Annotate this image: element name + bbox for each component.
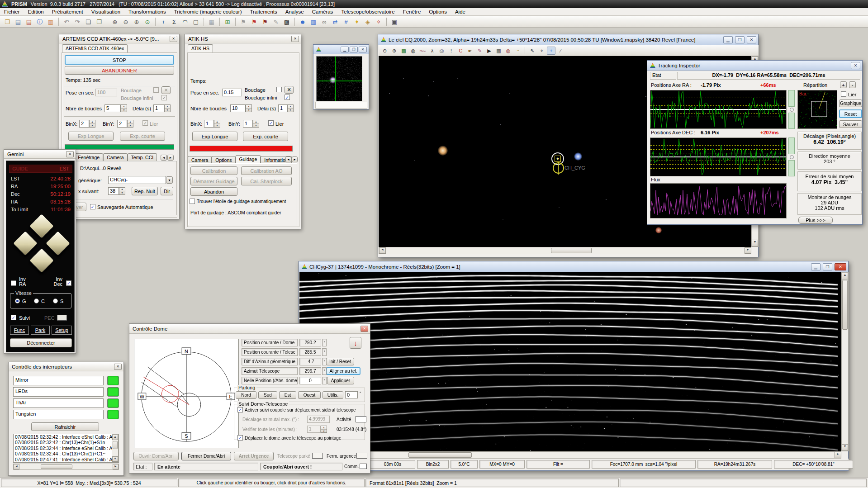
dome-close-shutter-button[interactable]: Fermer Dome/Abri	[181, 452, 231, 460]
dome-open-button[interactable]: Ouvrir Dome/Abri	[133, 452, 179, 460]
dome-move-checkbox[interactable]	[237, 435, 243, 441]
atik-delay-field[interactable]: 1	[278, 104, 287, 112]
atik-loop-checkbox[interactable]	[276, 87, 282, 92]
gemini-speed-guide-radio[interactable]	[15, 298, 20, 303]
menu-telescope-observatoire[interactable]: Telescope/observatoire	[337, 9, 398, 15]
dome-park-utilis--button[interactable]: Utilis.	[323, 391, 343, 399]
hand-icon[interactable]: ☛	[466, 47, 474, 55]
dome-follow-checkbox[interactable]	[237, 407, 243, 412]
redo-icon[interactable]: ↷	[72, 17, 82, 26]
menu-visualisation[interactable]: Visualisation	[87, 9, 124, 15]
artemis-bin-link-checkbox[interactable]	[142, 120, 148, 126]
binoculars-icon[interactable]: ⌖	[537, 47, 546, 55]
atik-close-button[interactable]: ✕	[291, 36, 299, 42]
guide-star-thumbnail-image[interactable]	[316, 56, 362, 101]
verify-minutes-field[interactable]: 1	[307, 426, 321, 433]
dome-park-est-button[interactable]: Est	[279, 391, 296, 399]
atik-calibration-button[interactable]: Calibration	[190, 166, 237, 175]
sky-horizontal-scrollbar[interactable]: ◄ ►	[379, 247, 751, 254]
scroll-right-arrow[interactable]: ►	[835, 452, 841, 458]
ra-scale-slider[interactable]	[787, 90, 796, 129]
dome-title-bar[interactable]: Contrôle Dome ✕	[129, 324, 370, 334]
artemis-exposure-field[interactable]: 180	[95, 89, 117, 96]
atik-start-guiding-button[interactable]: Démarrer Guidage	[190, 177, 237, 185]
menu-edition[interactable]: Edition	[24, 9, 48, 15]
ruler-icon[interactable]: ∕	[556, 47, 565, 55]
menu-aide[interactable]: Aide	[451, 9, 470, 15]
zoom-in-icon[interactable]: ⊕	[390, 47, 398, 55]
artemis-loops-spinner[interactable]: ▲▼	[121, 104, 127, 112]
dome-parking-angle-field[interactable]: 0	[345, 391, 358, 398]
atik-binx-field[interactable]: 1	[204, 120, 214, 128]
dome-init-reset-button[interactable]: Init / Reset	[326, 358, 354, 365]
dome-close-button[interactable]: ✕	[360, 326, 368, 332]
atik-exposure-field[interactable]: 0.15	[222, 89, 242, 96]
switch-name-field[interactable]: LEDs	[13, 387, 104, 397]
selection-icon[interactable]: ▢	[191, 17, 201, 26]
atik-cal-sharplock-button[interactable]: Cal. Sharplock	[241, 177, 292, 185]
image-icon[interactable]: ▦	[207, 17, 217, 26]
copy-page-icon[interactable]: ❏	[83, 17, 93, 26]
crosshair-icon[interactable]: +	[158, 17, 168, 26]
atik-calibration-ao-button[interactable]: Calibration AO	[241, 166, 292, 175]
undo-icon[interactable]: ↶	[62, 17, 71, 26]
paste-page-icon[interactable]: ❐	[94, 17, 104, 26]
artemis-loop-checkbox[interactable]	[153, 87, 159, 93]
artemis-long-exposure-button[interactable]: Exp Longue	[68, 132, 114, 141]
sky-title-bar[interactable]: Le ciel EQ.2000, Zoom=32, Alpha= 19h24m3…	[378, 34, 758, 45]
scroll-up-arrow[interactable]: ▲	[842, 273, 848, 280]
switch-name-field[interactable]: Mirror	[13, 376, 104, 385]
atik-loops-field[interactable]: 10	[230, 104, 246, 112]
artemis-biny-field[interactable]: 2	[117, 120, 127, 128]
artemis-infinite-loop-checkbox[interactable]	[161, 95, 167, 100]
globe-icon[interactable]: ◍	[504, 47, 512, 55]
log-hscroll-thumb[interactable]	[41, 464, 72, 469]
artemis-autosave-checkbox[interactable]	[90, 204, 95, 209]
brush-icon[interactable]: ✎	[271, 17, 281, 26]
artemis-title-bar[interactable]: ARTEMIS CCD ATIK-460ex -> -5.0°C [9... ✕	[59, 34, 179, 43]
gemini-tracking-checkbox[interactable]	[11, 315, 16, 320]
artemis-biny-spinner[interactable]: ▲▼	[127, 120, 133, 128]
tracking-save-button[interactable]: Sauver	[839, 120, 862, 128]
menu-pr-traitement[interactable]: Prétraitement	[48, 9, 87, 15]
artemis-loop-cancel-button[interactable]: ✕	[161, 86, 171, 94]
tracking-state-combo[interactable]: Etat	[650, 72, 676, 80]
artemis-loops-field[interactable]: 5	[104, 104, 121, 112]
atik-biny-field[interactable]: 1	[243, 120, 253, 128]
dome-apply-button[interactable]: Appliquer	[327, 377, 354, 384]
sky-hscroll-thumb[interactable]	[551, 248, 592, 253]
atik-tabs-scroll-right[interactable]: ►	[292, 156, 298, 162]
scroll-left-arrow[interactable]: ◄	[379, 247, 386, 254]
lock-icon[interactable]: ◈	[363, 17, 373, 26]
tracking-close-button[interactable]: ✕	[851, 62, 860, 69]
atik-short-exposure-button[interactable]: Exp. courte	[243, 132, 288, 141]
gemini-disconnect-button[interactable]: Déconnecter	[10, 338, 72, 347]
tab-camera[interactable]: Camera	[103, 153, 127, 161]
atik-infinite-loop-checkbox[interactable]	[285, 95, 290, 100]
gemini-slew-south-button[interactable]	[29, 248, 55, 274]
artemis-binx-field[interactable]: 2	[79, 120, 89, 128]
switch-indicator-button[interactable]	[107, 387, 119, 397]
cursor-icon[interactable]: ⇖	[528, 47, 536, 55]
atik-abort-guiding-button[interactable]: Abandon	[190, 187, 237, 196]
tracking-more-button[interactable]: Plus >>>	[798, 217, 833, 224]
thumb-minimize-button[interactable]: ▁	[341, 47, 349, 52]
artemis-dir-button[interactable]: Dir	[161, 187, 173, 195]
gemini-park-button[interactable]: Park	[31, 326, 50, 335]
artemis-tabs-scroll-right[interactable]: ►	[167, 155, 174, 161]
atik-biny-spinner[interactable]: ▲▼	[253, 120, 259, 128]
gemini-setup-button[interactable]: Setup	[52, 326, 72, 335]
tab-fen-trage[interactable]: Fenêtrage	[74, 153, 103, 161]
zoom-auto-icon[interactable]: ⊛	[110, 17, 120, 26]
alert-icon[interactable]: !	[447, 47, 455, 55]
atik-title-bar[interactable]: ATIK HS ✕	[185, 34, 301, 43]
atik-bin-link-checkbox[interactable]	[268, 120, 274, 126]
artemis-next-index-field[interactable]: 38	[108, 187, 119, 195]
switch-name-field[interactable]: ThAr	[13, 398, 104, 408]
tracking-graph-button[interactable]: Graphique	[839, 99, 862, 107]
gemini-slew-east-button[interactable]	[45, 231, 71, 256]
thumb-title-bar[interactable]: ▁ ❐ ✕	[313, 45, 369, 54]
zoom-out-icon[interactable]: ⊖	[380, 47, 389, 55]
chart-icon[interactable]: ▥	[308, 17, 318, 26]
draw-icon[interactable]: ✎	[475, 47, 484, 55]
